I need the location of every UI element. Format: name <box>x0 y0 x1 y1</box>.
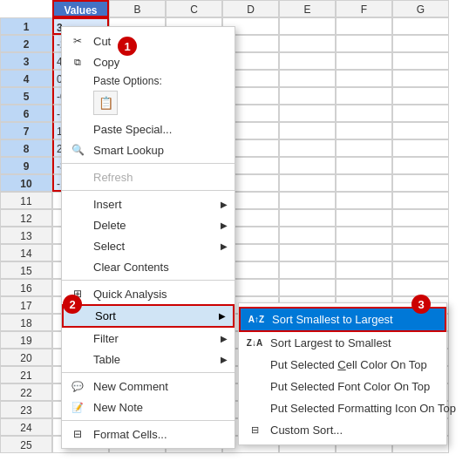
paste-icon-clipboard[interactable]: 📋 <box>93 91 118 115</box>
col-header-g: G <box>392 0 449 17</box>
grid-cell[interactable] <box>336 209 392 227</box>
grid-cell[interactable] <box>392 35 449 52</box>
grid-cell[interactable] <box>279 174 336 192</box>
row-number: 9 <box>0 157 52 174</box>
grid-cell[interactable] <box>392 227 449 244</box>
menu-item-new-comment[interactable]: 💬 New Comment <box>62 376 235 397</box>
grid-cell[interactable] <box>336 17 392 35</box>
menu-item-smart-lookup[interactable]: 🔍 Smart Lookup <box>62 139 235 160</box>
table-icon <box>69 350 86 368</box>
grid-cell[interactable] <box>279 279 336 296</box>
grid-cell[interactable] <box>279 227 336 244</box>
copy-icon: ⧉ <box>69 53 86 71</box>
grid-cell[interactable] <box>279 105 336 122</box>
menu-item-format-cells[interactable]: ⊟ Format Cells... <box>62 424 235 444</box>
grid-cell[interactable] <box>336 105 392 122</box>
grid-cell[interactable] <box>336 227 392 244</box>
row-number: 10 <box>0 174 52 192</box>
grid-cell[interactable] <box>279 157 336 174</box>
menu-item-new-note[interactable]: 📝 New Note <box>62 397 235 417</box>
delete-icon <box>69 216 86 234</box>
grid-cell[interactable] <box>336 122 392 139</box>
menu-item-select[interactable]: Select ▶ <box>62 235 235 256</box>
refresh-icon <box>69 168 86 186</box>
grid-cell[interactable] <box>392 279 449 296</box>
row-number: 17 <box>0 296 52 314</box>
grid-cell[interactable] <box>336 174 392 192</box>
arrow-icon: ▶ <box>221 200 228 209</box>
grid-cell[interactable] <box>392 157 449 174</box>
grid-cell[interactable] <box>336 244 392 261</box>
menu-item-paste-special[interactable]: Paste Special... <box>62 119 235 139</box>
grid-cell[interactable] <box>279 192 336 209</box>
sort-submenu[interactable]: A↑Z Sort Smallest to Largest Z↓A Sort La… <box>238 302 447 445</box>
grid-cell[interactable] <box>392 209 449 227</box>
menu-item-table[interactable]: Table ▶ <box>62 349 235 370</box>
submenu-item-cell-color[interactable]: Put Selected Cell Color On Top <box>239 354 446 376</box>
arrow-icon: ▶ <box>221 334 228 343</box>
grid-cell[interactable] <box>392 105 449 122</box>
filter-icon <box>69 329 86 347</box>
submenu-item-custom-sort[interactable]: ⊟ Custom Sort... <box>239 419 446 441</box>
grid-cell[interactable] <box>279 70 336 87</box>
menu-item-cut[interactable]: ✂ Cut <box>62 31 235 51</box>
grid-cell[interactable] <box>392 244 449 261</box>
grid-cell[interactable] <box>336 279 392 296</box>
grid-cell[interactable] <box>336 35 392 52</box>
grid-cell[interactable] <box>279 139 336 157</box>
grid-cell[interactable] <box>279 261 336 279</box>
grid-cell[interactable] <box>279 52 336 70</box>
submenu-item-format-icon[interactable]: Put Selected Formatting Icon On Top <box>239 397 446 419</box>
menu-separator <box>62 163 235 164</box>
grid-cell[interactable] <box>392 17 449 35</box>
note-icon: 📝 <box>69 398 86 416</box>
grid-cell[interactable] <box>336 139 392 157</box>
grid-cell[interactable] <box>279 17 336 35</box>
grid-cell[interactable] <box>279 87 336 105</box>
comment-icon: 💬 <box>69 377 86 395</box>
grid-cell[interactable] <box>279 209 336 227</box>
grid-cell[interactable] <box>279 122 336 139</box>
grid-cell[interactable] <box>336 70 392 87</box>
context-menu[interactable]: ✂ Cut ⧉ Copy Paste Options: 📋 Paste Spec… <box>61 26 235 449</box>
grid-cell[interactable] <box>392 87 449 105</box>
grid-cell[interactable] <box>336 87 392 105</box>
grid-cell[interactable] <box>279 244 336 261</box>
grid-cell[interactable] <box>392 122 449 139</box>
menu-item-copy[interactable]: ⧉ Copy <box>62 51 235 72</box>
col-header-e: E <box>279 0 336 17</box>
paste-icons-row: 📋 <box>62 89 235 119</box>
col-header-d: D <box>222 0 279 17</box>
paste-special-icon <box>69 120 86 138</box>
row-number: 11 <box>0 192 52 209</box>
menu-item-quick-analysis[interactable]: ⊞ Quick Analysis <box>62 283 235 304</box>
menu-item-sort[interactable]: Sort ▶ A↑Z Sort Smallest to Largest Z↓A … <box>62 304 235 328</box>
menu-item-filter[interactable]: Filter ▶ <box>62 328 235 349</box>
badge-2: 2 <box>63 295 82 314</box>
menu-separator <box>62 420 235 421</box>
menu-item-insert[interactable]: Insert ▶ <box>62 193 235 214</box>
grid-cell[interactable] <box>392 192 449 209</box>
grid-cell[interactable] <box>336 157 392 174</box>
grid-cell[interactable] <box>392 174 449 192</box>
col-header-values: Values <box>52 0 109 17</box>
grid-cell[interactable] <box>279 35 336 52</box>
menu-item-refresh: Refresh <box>62 166 235 187</box>
submenu-item-font-color[interactable]: Put Selected Font Color On Top <box>239 376 446 397</box>
row-number: 15 <box>0 261 52 279</box>
arrow-icon: ▶ <box>219 311 226 321</box>
submenu-item-sort-desc[interactable]: Z↓A Sort Largest to Smallest <box>239 332 446 354</box>
grid-cell[interactable] <box>392 139 449 157</box>
grid-cell[interactable] <box>392 70 449 87</box>
row-number: 18 <box>0 314 52 331</box>
menu-item-delete[interactable]: Delete ▶ <box>62 214 235 235</box>
grid-cell[interactable] <box>392 261 449 279</box>
sort-desc-icon: Z↓A <box>246 335 263 352</box>
grid-cell[interactable] <box>336 192 392 209</box>
menu-item-clear-contents[interactable]: Clear Contents <box>62 256 235 277</box>
grid-cell[interactable] <box>392 52 449 70</box>
row-number: 7 <box>0 122 52 139</box>
row-number: 4 <box>0 70 52 87</box>
grid-cell[interactable] <box>336 261 392 279</box>
grid-cell[interactable] <box>336 52 392 70</box>
